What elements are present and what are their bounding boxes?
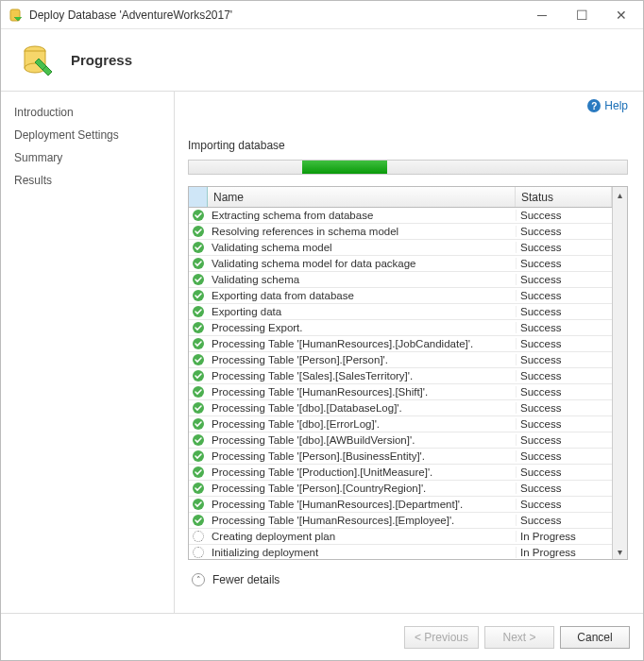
previous-button[interactable]: < Previous <box>404 626 479 649</box>
table-row[interactable]: Processing Table '[HumanResources].[Depa… <box>189 497 612 513</box>
row-status: In Progress <box>516 531 612 542</box>
row-name: Validating schema model for data package <box>208 258 516 269</box>
table-row[interactable]: Creating deployment planIn Progress <box>189 529 612 545</box>
table-row[interactable]: Processing Export.Success <box>189 320 612 336</box>
table-row[interactable]: Processing Table '[dbo].[DatabaseLog]'.S… <box>189 400 612 416</box>
row-status: Success <box>516 418 612 430</box>
table-row[interactable]: Processing Table '[Sales].[SalesTerritor… <box>189 368 612 384</box>
table-row[interactable]: Processing Table '[HumanResources].[Shif… <box>189 384 612 400</box>
progress-icon <box>189 531 208 542</box>
row-name: Processing Table '[HumanResources].[JobC… <box>208 338 516 349</box>
column-status[interactable]: Status <box>516 187 612 207</box>
row-name: Processing Table '[dbo].[ErrorLog]'. <box>208 418 516 430</box>
progress-bar-fill <box>302 161 387 174</box>
table-row[interactable]: Resolving references in schema modelSucc… <box>189 224 612 240</box>
row-name: Processing Table '[HumanResources].[Depa… <box>208 499 516 510</box>
column-name[interactable]: Name <box>208 187 516 207</box>
success-icon <box>189 514 208 527</box>
scroll-up-icon[interactable]: ▴ <box>613 187 627 202</box>
table-row[interactable]: Processing Table '[dbo].[ErrorLog]'.Succ… <box>189 416 612 432</box>
scrollbar[interactable]: ▴ ▾ <box>612 187 627 559</box>
success-icon <box>189 257 208 270</box>
row-status: Success <box>516 450 612 462</box>
success-icon <box>189 433 208 447</box>
row-name: Processing Table '[Person].[CountryRegio… <box>208 483 516 494</box>
row-status: Success <box>516 515 612 526</box>
collapse-icon: ˄ <box>192 573 205 586</box>
success-icon <box>189 289 208 302</box>
row-status: Success <box>516 434 612 446</box>
scroll-down-icon[interactable]: ▾ <box>613 544 627 559</box>
success-icon <box>189 369 208 382</box>
table-row[interactable]: Validating schemaSuccess <box>189 272 612 288</box>
details-toggle-label: Fewer details <box>212 573 280 586</box>
row-name: Processing Table '[HumanResources].[Empl… <box>208 515 516 526</box>
row-name: Processing Table '[Person].[Person]'. <box>208 354 516 365</box>
row-name: Exporting data <box>208 306 516 317</box>
row-status: Success <box>516 274 612 285</box>
progress-bar <box>188 160 628 175</box>
row-status: Success <box>516 499 612 510</box>
table-row[interactable]: Processing Table '[Production].[UnitMeas… <box>189 465 612 481</box>
success-icon <box>189 498 208 511</box>
row-name: Validating schema <box>208 274 516 285</box>
column-icon[interactable] <box>189 187 208 207</box>
row-status: Success <box>516 386 612 398</box>
sidebar-item-summary[interactable]: Summary <box>1 146 174 169</box>
cancel-button[interactable]: Cancel <box>560 626 630 649</box>
table-row[interactable]: Validating schema model for data package… <box>189 256 612 272</box>
success-icon <box>189 401 208 415</box>
sidebar-item-introduction[interactable]: Introduction <box>1 101 174 124</box>
next-button[interactable]: Next > <box>484 626 554 649</box>
row-status: Success <box>516 322 612 333</box>
header: Progress <box>1 29 643 92</box>
success-icon <box>189 225 208 238</box>
table-row[interactable]: Exporting dataSuccess <box>189 304 612 320</box>
minimize-button[interactable]: ─ <box>522 2 562 28</box>
row-name: Processing Table '[HumanResources].[Shif… <box>208 386 516 398</box>
success-icon <box>189 449 208 463</box>
row-status: Success <box>516 402 612 414</box>
table-row[interactable]: Extracting schema from databaseSuccess <box>189 208 612 224</box>
app-icon <box>8 8 24 23</box>
sidebar-item-results[interactable]: Results <box>1 169 174 192</box>
success-icon <box>189 417 208 431</box>
table-row[interactable]: Processing Table '[Person].[Person]'.Suc… <box>189 352 612 368</box>
table-row[interactable]: Processing Table '[HumanResources].[JobC… <box>189 336 612 352</box>
row-name: Resolving references in schema model <box>208 226 516 237</box>
table-row[interactable]: Processing Table '[Person].[CountryRegio… <box>189 481 612 497</box>
success-icon <box>189 353 208 366</box>
close-button[interactable]: ✕ <box>602 2 641 28</box>
row-status: Success <box>516 290 612 301</box>
row-name: Initializing deployment <box>208 547 516 558</box>
table-row[interactable]: Processing Table '[HumanResources].[Empl… <box>189 513 612 529</box>
table-row[interactable]: Exporting data from databaseSuccess <box>189 288 612 304</box>
row-name: Validating schema model <box>208 242 516 253</box>
main-panel: ? Help Importing database Name Status Ex… <box>175 92 643 613</box>
sidebar: Introduction Deployment Settings Summary… <box>1 92 175 613</box>
row-name: Extracting schema from database <box>208 210 516 221</box>
sidebar-item-deployment-settings[interactable]: Deployment Settings <box>1 124 174 146</box>
table-row[interactable]: Validating schema modelSuccess <box>189 240 612 256</box>
help-icon: ? <box>587 99 601 112</box>
table-row[interactable]: Initializing deploymentIn Progress <box>189 545 612 559</box>
fewer-details-toggle[interactable]: ˄ Fewer details <box>188 571 628 588</box>
row-status: Success <box>516 338 612 349</box>
row-name: Processing Table '[dbo].[AWBuildVersion]… <box>208 434 516 446</box>
success-icon <box>189 337 208 350</box>
row-status: Success <box>516 483 612 494</box>
success-icon <box>189 321 208 334</box>
window-title: Deploy Database 'AdventureWorks2017' <box>29 8 522 22</box>
table-row[interactable]: Processing Table '[dbo].[AWBuildVersion]… <box>189 432 612 449</box>
row-status: Success <box>516 466 612 478</box>
table-header: Name Status <box>189 187 612 208</box>
success-icon <box>189 305 208 318</box>
success-icon <box>189 209 208 222</box>
row-status: Success <box>516 242 612 253</box>
success-icon <box>189 482 208 495</box>
help-link[interactable]: ? Help <box>587 99 628 112</box>
maximize-button[interactable]: ☐ <box>562 2 602 28</box>
table-row[interactable]: Processing Table '[Person].[BusinessEnti… <box>189 449 612 465</box>
scroll-track[interactable] <box>613 202 627 544</box>
footer: < Previous Next > Cancel <box>1 613 643 660</box>
